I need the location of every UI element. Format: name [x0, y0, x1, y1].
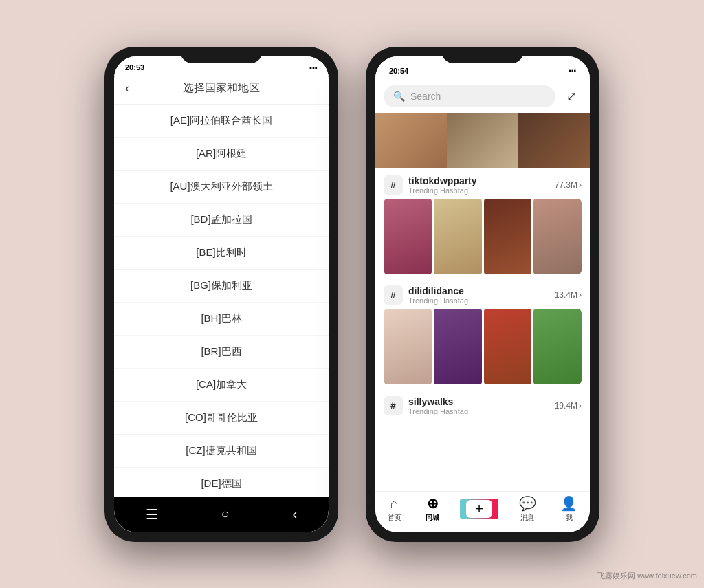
preview-image-1a[interactable]: [384, 199, 432, 274]
list-item[interactable]: [BG]保加利亚: [114, 270, 329, 303]
search-input[interactable]: Search: [410, 91, 441, 102]
list-item[interactable]: [CZ]捷克共和国: [114, 435, 329, 468]
profile-label: 我: [566, 513, 573, 523]
left-status-icons: ▪▪▪: [309, 63, 318, 72]
hashtag-name-2[interactable]: dilidilidance: [408, 285, 468, 296]
hashtag-left-1: # tiktokdwpparty Trending Hashtag: [384, 175, 477, 195]
hashtag-left-2: # dilidilidance Trending Hashtag: [384, 285, 468, 305]
preview-image-2c[interactable]: [484, 309, 532, 384]
list-item[interactable]: [BR]巴西: [114, 336, 329, 369]
preview-image-2a[interactable]: [384, 309, 432, 384]
home-label: 首页: [388, 513, 402, 523]
hashtag-header-3: # sillywalks Trending Hashtag 19.4M ›: [384, 396, 582, 415]
trending-hashtag-2: # dilidilidance Trending Hashtag 13.4M ›: [375, 279, 590, 389]
nearby-label: 同城: [426, 513, 439, 523]
list-item[interactable]: [AU]澳大利亚外部领土: [114, 171, 329, 204]
hashtag-count-3: 19.4M ›: [555, 401, 582, 411]
preview-images-1: [384, 199, 582, 274]
country-list: [AE]阿拉伯联合酋长国 [AR]阿根廷 [AU]澳大利亚外部领土 [BD]孟加…: [114, 105, 329, 512]
list-item[interactable]: [BH]巴林: [114, 303, 329, 336]
messages-icon: 💬: [519, 495, 536, 512]
hashtag-info-3: sillywalks Trending Hashtag: [408, 396, 468, 415]
hashtag-header-2: # dilidilidance Trending Hashtag 13.4M ›: [384, 285, 582, 305]
hashtag-badge-2: #: [384, 285, 403, 305]
right-phone-screen: 20:54 ▪▪▪ 🔍 Search ⤢ #: [375, 56, 590, 532]
list-item[interactable]: [BE]比利时: [114, 237, 329, 270]
hashtag-left-3: # sillywalks Trending Hashtag: [384, 396, 468, 415]
preview-image-1d[interactable]: [534, 199, 582, 274]
right-status-icons: ▪▪▪: [569, 67, 576, 74]
strip-image-1: [375, 113, 447, 168]
expand-button[interactable]: ⤢: [561, 86, 582, 107]
nav-home-icon[interactable]: ○: [221, 506, 230, 522]
back-button[interactable]: ‹: [125, 81, 129, 96]
nav-item-home[interactable]: ⌂ 首页: [388, 496, 402, 523]
home-icon: ⌂: [390, 496, 399, 512]
search-nav-icon: ⊕: [427, 495, 439, 512]
watermark: 飞露娱乐网 www.feixuew.com: [597, 571, 697, 581]
country-header: ‹ 选择国家和地区: [114, 76, 329, 105]
preview-image-2d[interactable]: [534, 309, 582, 384]
list-item[interactable]: [AR]阿根廷: [114, 138, 329, 171]
list-item[interactable]: [AE]阿拉伯联合酋长国: [114, 105, 329, 138]
profile-icon: 👤: [560, 495, 578, 512]
list-item[interactable]: [CA]加拿大: [114, 369, 329, 402]
strip-image-3: [518, 113, 590, 168]
nav-back-icon[interactable]: ‹: [292, 506, 297, 522]
strip-image-2: [447, 113, 518, 168]
hashtag-info-1: tiktokdwpparty Trending Hashtag: [408, 175, 477, 195]
trending-content: # tiktokdwpparty Trending Hashtag 77.3M …: [375, 168, 590, 532]
hashtag-sub-2: Trending Hashtag: [408, 296, 468, 305]
preview-images-2: [384, 309, 582, 384]
nav-item-messages[interactable]: 💬 消息: [519, 495, 536, 523]
search-bar-container: 🔍 Search ⤢: [375, 81, 590, 113]
right-phone-notch: [441, 47, 524, 63]
list-item[interactable]: [CO]哥哥伦比亚: [114, 402, 329, 435]
trending-hashtag-1: # tiktokdwpparty Trending Hashtag 77.3M …: [375, 168, 590, 279]
nav-item-nearby[interactable]: ⊕ 同城: [426, 495, 439, 523]
search-bar[interactable]: 🔍 Search: [384, 85, 556, 107]
right-status-time: 20:54: [389, 67, 408, 75]
search-icon: 🔍: [393, 91, 405, 102]
add-button-inner: +: [466, 500, 492, 518]
preview-image-2b[interactable]: [434, 309, 482, 384]
add-button[interactable]: +: [464, 499, 494, 519]
left-phone-frame: 20:53 ▪▪▪ ‹ 选择国家和地区 [AE]阿拉伯联合酋长国 [AR]阿根廷…: [104, 47, 338, 542]
left-bottom-nav: ☰ ○ ‹: [114, 497, 329, 532]
right-bottom-nav: ⌂ 首页 ⊕ 同城 + 💬 消息 👤 我: [375, 491, 590, 532]
hashtag-sub-3: Trending Hashtag: [408, 407, 468, 415]
nav-item-profile[interactable]: 👤 我: [560, 495, 578, 523]
messages-label: 消息: [520, 513, 534, 523]
hashtag-count-1: 77.3M ›: [555, 180, 582, 190]
left-status-time: 20:53: [125, 63, 144, 72]
hashtag-name-1[interactable]: tiktokdwpparty: [408, 175, 477, 186]
left-phone-screen: 20:53 ▪▪▪ ‹ 选择国家和地区 [AE]阿拉伯联合酋长国 [AR]阿根廷…: [114, 56, 329, 532]
hashtag-badge-3: #: [384, 396, 403, 415]
country-selector-title: 选择国家和地区: [125, 81, 318, 96]
preview-image-1c[interactable]: [484, 199, 532, 274]
hashtag-count-2: 13.4M ›: [555, 290, 582, 300]
hashtag-sub-1: Trending Hashtag: [408, 186, 477, 195]
right-phone-frame: 20:54 ▪▪▪ 🔍 Search ⤢ #: [366, 47, 600, 542]
phone-notch: [180, 47, 263, 63]
list-item[interactable]: [DE]德国: [114, 468, 329, 501]
preview-image-1b[interactable]: [434, 199, 482, 274]
hashtag-header-1: # tiktokdwpparty Trending Hashtag 77.3M …: [384, 175, 582, 195]
top-images-strip: [375, 113, 590, 168]
nav-menu-icon[interactable]: ☰: [146, 506, 158, 523]
list-item[interactable]: [BD]孟加拉国: [114, 204, 329, 237]
trending-hashtag-3: # sillywalks Trending Hashtag 19.4M ›: [375, 389, 590, 424]
hashtag-info-2: dilidilidance Trending Hashtag: [408, 285, 468, 305]
hashtag-name-3[interactable]: sillywalks: [408, 396, 468, 407]
nav-item-add[interactable]: +: [464, 499, 494, 519]
hashtag-badge-1: #: [384, 175, 403, 195]
